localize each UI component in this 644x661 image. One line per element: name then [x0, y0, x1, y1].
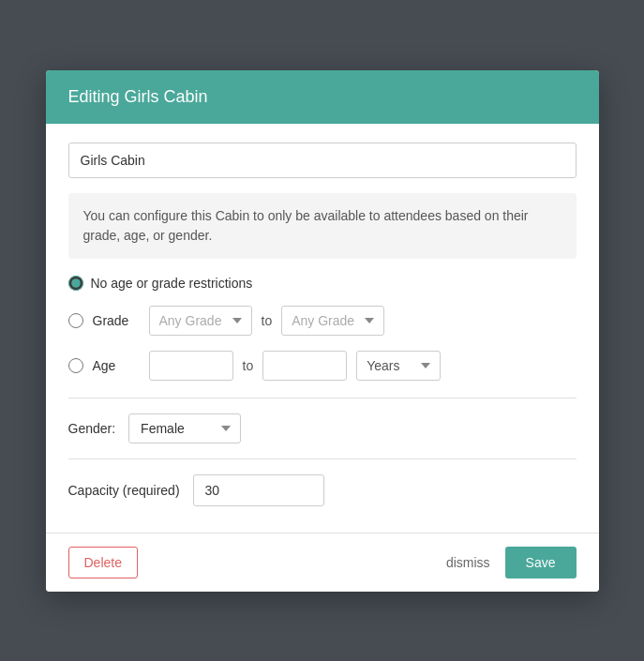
grade-from-select[interactable]: Any Grade — [149, 306, 252, 336]
grade-to-label: to — [262, 313, 273, 328]
modal-footer: Delete dismiss Save — [46, 533, 599, 592]
gender-row: Gender: Female Male Any — [68, 413, 577, 443]
footer-right: dismiss Save — [446, 547, 577, 578]
dismiss-button[interactable]: dismiss — [446, 555, 490, 570]
capacity-label: Capacity (required) — [68, 483, 180, 498]
no-restriction-radio[interactable] — [68, 276, 83, 291]
age-restriction-row: Age to Years — [68, 351, 577, 381]
age-to-label: to — [243, 358, 254, 373]
divider-1 — [68, 398, 577, 398]
divider-2 — [68, 458, 577, 459]
delete-button[interactable]: Delete — [68, 547, 138, 578]
capacity-input[interactable] — [193, 474, 324, 506]
no-restriction-label: No age or grade restrictions — [91, 276, 253, 291]
age-radio[interactable] — [68, 358, 83, 373]
age-from-input[interactable] — [149, 351, 233, 381]
name-input-row — [68, 143, 577, 178]
age-label: Age — [93, 358, 140, 373]
cabin-name-input[interactable] — [68, 143, 577, 178]
gender-select[interactable]: Female Male Any — [128, 413, 241, 443]
edit-cabin-modal: Editing Girls Cabin You can configure th… — [46, 70, 599, 592]
capacity-row: Capacity (required) — [68, 474, 577, 506]
modal-title: Editing Girls Cabin — [68, 87, 577, 107]
age-to-input[interactable] — [262, 351, 347, 381]
gender-label: Gender: — [68, 421, 116, 436]
modal-header: Editing Girls Cabin — [46, 70, 599, 124]
grade-radio[interactable] — [68, 313, 83, 328]
years-select[interactable]: Years — [356, 351, 441, 381]
grade-to-select[interactable]: Any Grade — [281, 306, 384, 336]
no-restriction-row: No age or grade restrictions — [68, 276, 577, 291]
save-button[interactable]: Save — [505, 547, 577, 578]
info-box: You can configure this Cabin to only be … — [68, 193, 577, 259]
grade-label: Grade — [93, 313, 140, 328]
restriction-options: No age or grade restrictions Grade Any G… — [68, 276, 577, 381]
grade-restriction-row: Grade Any Grade to Any Grade — [68, 306, 577, 336]
modal-body: You can configure this Cabin to only be … — [46, 124, 599, 533]
